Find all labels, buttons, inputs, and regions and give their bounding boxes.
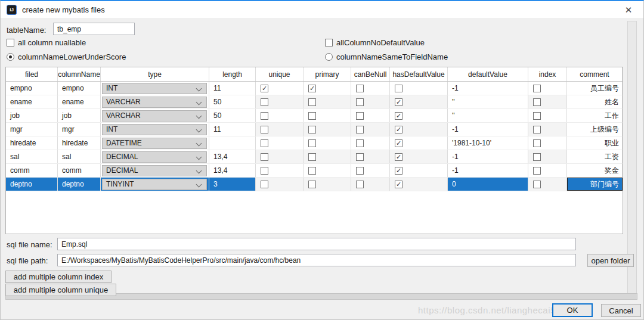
cell-unique[interactable] [256, 164, 304, 177]
cell-filed[interactable]: mgr [6, 123, 58, 136]
cell-index[interactable] [528, 109, 567, 122]
all-column-no-default-checkbox[interactable] [325, 39, 333, 46]
cell-columnName[interactable]: hiredate [58, 136, 101, 150]
unique-checkbox[interactable] [261, 98, 268, 106]
canBeNull-checkbox[interactable] [356, 112, 364, 120]
primary-checkbox[interactable]: ✓ [308, 85, 316, 92]
cell-filed[interactable]: comm [6, 164, 58, 177]
cell-type[interactable]: DECIMAL [101, 150, 209, 163]
type-dropdown[interactable]: DATETIME [102, 138, 207, 149]
column-header-hasDefaultValue[interactable]: hasDefaultValue [390, 67, 448, 81]
index-checkbox[interactable] [533, 85, 541, 92]
column-header-length[interactable]: length [209, 67, 256, 81]
index-checkbox[interactable] [533, 181, 541, 188]
cell-primary[interactable] [304, 123, 351, 136]
cell-unique[interactable] [256, 95, 304, 108]
cell-columnName[interactable]: empno [58, 82, 101, 95]
table-row-hiredate[interactable]: hiredatehiredateDATETIME✓'1981-10-10'职业 [6, 136, 623, 150]
type-dropdown[interactable]: DECIMAL [102, 165, 207, 176]
cell-index[interactable] [528, 95, 567, 108]
cell-primary[interactable] [304, 109, 351, 122]
hasDefaultValue-checkbox[interactable] [395, 85, 402, 92]
cell-index[interactable] [528, 136, 567, 150]
index-checkbox[interactable] [533, 139, 541, 147]
index-checkbox[interactable] [533, 112, 541, 120]
cell-comment[interactable]: 上级编号 [567, 123, 623, 136]
cell-comment[interactable]: 姓名 [567, 95, 623, 108]
table-row-comm[interactable]: commcommDECIMAL13,4✓-1奖金 [6, 164, 623, 178]
column-header-primary[interactable]: primary [304, 67, 351, 81]
index-checkbox[interactable] [533, 98, 541, 106]
cell-defaultValue[interactable]: -1 [448, 123, 528, 136]
hasDefaultValue-checkbox[interactable]: ✓ [395, 139, 402, 147]
cell-defaultValue[interactable]: '1981-10-10' [448, 136, 528, 150]
table-row-empno[interactable]: empnoempnoINT11✓✓-1员工编号 [6, 82, 623, 95]
cell-canBeNull[interactable] [351, 136, 390, 150]
column-header-type[interactable]: type [101, 67, 209, 81]
lower-underscore-radio[interactable] [7, 53, 14, 61]
hasDefaultValue-checkbox[interactable]: ✓ [395, 126, 402, 133]
unique-checkbox[interactable] [261, 139, 268, 147]
cell-unique[interactable] [256, 136, 304, 150]
ok-button[interactable]: OK [552, 303, 593, 317]
primary-checkbox[interactable] [308, 126, 316, 133]
index-checkbox[interactable] [533, 167, 541, 175]
cell-defaultValue[interactable]: '' [448, 109, 528, 122]
cell-primary[interactable] [304, 164, 351, 177]
index-checkbox[interactable] [533, 153, 541, 161]
cell-index[interactable] [528, 164, 567, 177]
add-multiple-column-index-button[interactable]: add multiple column index [5, 271, 112, 283]
table-row-mgr[interactable]: mgrmgrINT11✓-1上级编号 [6, 123, 623, 136]
cell-hasDefaultValue[interactable]: ✓ [390, 109, 448, 122]
hasDefaultValue-checkbox[interactable]: ✓ [395, 181, 402, 188]
column-header-filed[interactable]: filed [6, 67, 58, 81]
sql-file-path-input[interactable] [57, 254, 576, 266]
cell-primary[interactable]: ✓ [304, 82, 351, 95]
cell-defaultValue[interactable]: 0 [448, 178, 528, 191]
column-header-comment[interactable]: comment [567, 67, 623, 81]
cell-canBeNull[interactable] [351, 164, 390, 177]
close-icon[interactable]: ✕ [622, 4, 635, 17]
table-row-deptno[interactable]: deptnodeptnoTINYINT3✓0部门编号 [6, 178, 623, 191]
cell-canBeNull[interactable] [351, 150, 390, 163]
cell-length[interactable]: 11 [209, 123, 256, 136]
cancel-button[interactable]: Cancel [601, 304, 641, 317]
cell-primary[interactable] [304, 150, 351, 163]
cell-type[interactable]: INT [101, 123, 209, 136]
unique-checkbox[interactable]: ✓ [261, 85, 268, 92]
cell-filed[interactable]: hiredate [6, 136, 58, 150]
cell-hasDefaultValue[interactable]: ✓ [390, 164, 448, 177]
column-header-defaultValue[interactable]: defaultValue [448, 67, 528, 81]
cell-columnName[interactable]: job [58, 109, 101, 122]
cell-comment[interactable]: 职业 [567, 136, 623, 150]
primary-checkbox[interactable] [308, 153, 316, 161]
all-column-no-default-option[interactable]: allColumnNoDefaultValue [325, 38, 425, 47]
cell-canBeNull[interactable] [351, 109, 390, 122]
cell-type[interactable]: TINYINT [101, 178, 209, 191]
column-header-canBeNull[interactable]: canBeNull [351, 67, 390, 81]
unique-checkbox[interactable] [261, 153, 268, 161]
unique-checkbox[interactable] [261, 181, 268, 188]
cell-defaultValue[interactable]: -1 [448, 164, 528, 177]
column-header-unique[interactable]: unique [256, 67, 304, 81]
unique-checkbox[interactable] [261, 126, 268, 133]
cell-comment[interactable]: 奖金 [567, 164, 623, 177]
cell-length[interactable]: 11 [209, 82, 256, 95]
cell-length[interactable]: 13,4 [209, 164, 256, 177]
column-header-index[interactable]: index [528, 67, 567, 81]
cell-index[interactable] [528, 82, 567, 95]
cell-defaultValue[interactable]: '' [448, 95, 528, 108]
open-folder-button[interactable]: open folder [587, 254, 634, 267]
cell-length[interactable]: 50 [209, 109, 256, 122]
cell-columnName[interactable]: deptno [58, 178, 101, 191]
cell-comment[interactable]: 工作 [567, 109, 623, 122]
column-header-columnName[interactable]: columnName [58, 67, 101, 81]
cell-canBeNull[interactable] [351, 178, 390, 191]
unique-checkbox[interactable] [261, 112, 268, 120]
type-dropdown[interactable]: INT [102, 83, 207, 94]
cell-filed[interactable]: empno [6, 82, 58, 95]
cell-filed[interactable]: job [6, 109, 58, 122]
cell-columnName[interactable]: comm [58, 164, 101, 177]
table-name-input[interactable] [53, 23, 135, 35]
vertical-scrollbar[interactable] [627, 21, 637, 294]
